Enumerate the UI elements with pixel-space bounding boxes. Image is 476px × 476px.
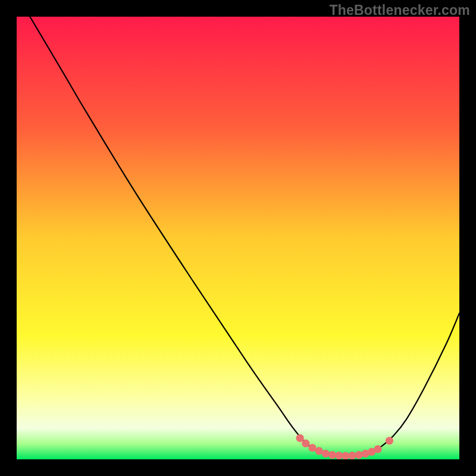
marker-dot: [355, 451, 363, 459]
gradient-background: [17, 17, 459, 459]
plot-area: [17, 17, 459, 459]
marker-dot: [328, 451, 336, 459]
marker-dot: [374, 445, 382, 453]
marker-dot: [322, 450, 330, 458]
chart-svg: [17, 17, 459, 459]
marker-dot: [296, 434, 304, 442]
marker-dot: [348, 452, 356, 459]
watermark-text: TheBottlenecker.com: [330, 2, 470, 18]
marker-dot: [302, 440, 309, 447]
marker-dot: [386, 437, 393, 444]
